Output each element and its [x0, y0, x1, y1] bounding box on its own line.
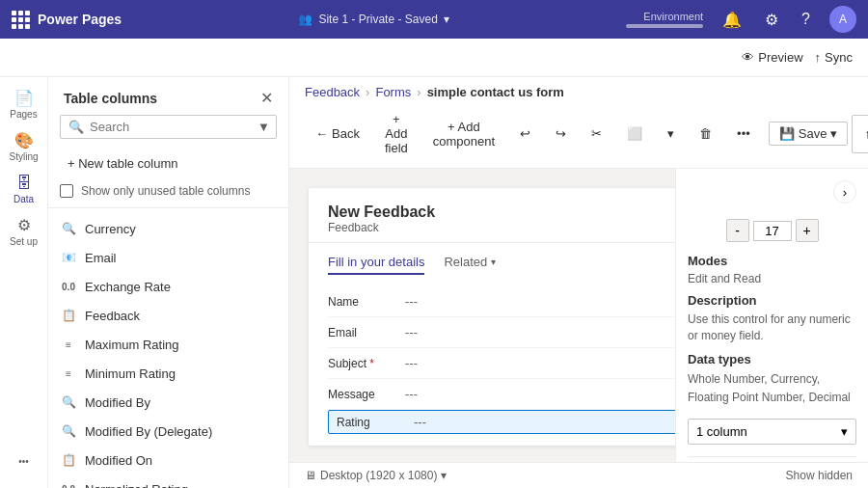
data-icon: 🗄 [16, 175, 32, 192]
breadcrumb-sep2: › [417, 85, 420, 99]
list-item[interactable]: 0.0 Exchange Rate [48, 272, 288, 301]
list-item[interactable]: 📋 Modified On [48, 446, 288, 474]
form-tabs: Fill in your details Related ▾ [309, 243, 675, 275]
email-icon: 📧 [60, 249, 77, 266]
sidebar-more-button[interactable]: ••• [5, 442, 43, 480]
column-list: 🔍 Currency 📧 Email 0.0 Exchange Rate 📋 F… [48, 214, 288, 488]
nav-sidebar: 📄 Pages 🎨 Styling 🗄 Data ⚙ Set up ••• [0, 77, 48, 488]
breadcrumb-level2[interactable]: Forms [375, 85, 411, 99]
styling-icon: 🎨 [14, 131, 34, 149]
number-input-control: - + [688, 219, 856, 242]
breadcrumb: Feedback › Forms › simple contact us for… [305, 77, 853, 103]
search-box: 🔍 ▼ [60, 115, 277, 139]
main-layout: 📄 Pages 🎨 Styling 🗄 Data ⚙ Set up ••• Ta… [0, 77, 868, 488]
show-unused-checkbox-row: Show only unused table columns [48, 180, 288, 202]
grid-icon [12, 11, 30, 29]
show-hidden-button[interactable]: Show hidden [786, 469, 853, 482]
help-icon[interactable]: ? [798, 7, 814, 32]
back-arrow-icon: ← [315, 126, 328, 141]
avatar[interactable]: A [829, 6, 856, 33]
ellipsis-button[interactable]: ••• [726, 122, 761, 146]
show-unused-checkbox[interactable] [60, 184, 73, 198]
more-icon: ••• [18, 456, 29, 467]
sidebar-item-pages[interactable]: 📄 Pages [5, 85, 43, 123]
back-button[interactable]: ← Back [305, 122, 370, 146]
panel-title: Table columns [64, 91, 157, 106]
resolution-dropdown-icon: ▾ [441, 469, 447, 482]
list-item[interactable]: 📋 Feedback [48, 301, 288, 330]
collapse-right-panel-button[interactable]: › [833, 180, 856, 203]
publish-form-button[interactable]: ↑ Publish form [852, 115, 868, 153]
env-bar [626, 24, 703, 28]
sidebar-item-data[interactable]: 🗄 Data [5, 170, 43, 208]
data-types-title: Data types [688, 352, 856, 366]
list-item[interactable]: 🔍 Modified By [48, 388, 288, 417]
form-field-rating[interactable]: Rating --- [328, 410, 675, 434]
increment-button[interactable]: + [796, 219, 819, 242]
redo-button[interactable]: ↪ [545, 122, 577, 146]
add-component-button[interactable]: + Add component [422, 115, 505, 153]
list-item[interactable]: ≡ Minimum Rating [48, 359, 288, 388]
sidebar-item-setup[interactable]: ⚙ Set up [5, 212, 43, 251]
tab-related[interactable]: Related ▾ [444, 251, 496, 275]
modes-value: Edit and Read [688, 272, 856, 285]
save-button[interactable]: 💾 Save ▾ [769, 122, 849, 146]
save-icon: 💾 [779, 126, 795, 141]
list-item[interactable]: 🔍 Currency [48, 214, 288, 243]
sync-icon: ↑ [815, 50, 822, 65]
list-item[interactable]: 📧 Email [48, 243, 288, 272]
resolution-selector[interactable]: 🖥 Desktop (1920 x 1080) ▾ [305, 469, 447, 482]
search-icon: 🔍 [68, 120, 84, 134]
form-field-subject: Subject * --- [328, 348, 675, 379]
action-bar: ← Back + Add field + Add component ↩ ↪ ✂… [305, 103, 853, 168]
app-name: Power Pages [38, 12, 122, 27]
settings-icon[interactable]: ⚙ [761, 7, 782, 33]
form-card: New Feedback Feedback Fill in your detai… [309, 188, 675, 446]
sidebar-item-styling[interactable]: 🎨 Styling [5, 127, 43, 166]
show-unused-label: Show only unused table columns [81, 184, 250, 198]
search-input[interactable] [90, 120, 252, 134]
add-field-button[interactable]: + Add field [374, 107, 419, 160]
setup-icon: ⚙ [17, 216, 31, 234]
top-bar-right: Environment 🔔 ⚙ ? A [626, 6, 856, 33]
more-actions-dropdown[interactable]: ▾ [657, 122, 685, 146]
column-dropdown[interactable]: 1 column ▾ [688, 419, 856, 445]
site-info: 👥 Site 1 - Private - Saved ▾ [122, 13, 626, 26]
description-title: Description [688, 293, 856, 308]
new-table-column-button[interactable]: + New table column [60, 150, 277, 176]
delete-button[interactable]: 🗑 [689, 122, 722, 146]
related-dropdown-icon: ▾ [491, 257, 496, 267]
list-item[interactable]: 🔍 Modified By (Delegate) [48, 417, 288, 446]
sync-button[interactable]: ↑ Sync [815, 50, 853, 65]
cut-button[interactable]: ✂ [581, 122, 612, 146]
canvas-area: New Feedback Feedback Fill in your detai… [289, 169, 868, 462]
close-panel-button[interactable]: ✕ [260, 89, 273, 107]
left-panel-header: Table columns ✕ [48, 77, 288, 115]
form-header: New Feedback Feedback [309, 188, 675, 243]
divider [688, 456, 856, 457]
list-item[interactable]: 0.0 Normalized Rating [48, 474, 288, 488]
decrement-button[interactable]: - [726, 219, 749, 242]
notification-icon[interactable]: 🔔 [719, 7, 746, 33]
number-value-input[interactable] [753, 221, 792, 241]
list-item[interactable]: ≡ Maximum Rating [48, 330, 288, 359]
preview-button[interactable]: 👁 Preview [742, 50, 802, 65]
tab-fill-details[interactable]: Fill in your details [328, 251, 424, 275]
copy-button[interactable]: ⬜ [616, 122, 653, 146]
data-types-list: Whole Number, Currency, Floating Point N… [688, 370, 856, 407]
breadcrumb-level1[interactable]: Feedback [305, 85, 360, 99]
form-field-message: Message --- [328, 379, 675, 410]
right-panel: › - + Modes Edit and Read Description Us… [675, 169, 868, 462]
datetime-icon: 📋 [60, 451, 77, 469]
lookup-icon: 🔍 [60, 220, 77, 237]
lookup-icon-2: 🔍 [60, 393, 77, 411]
save-dropdown-icon: ▾ [830, 126, 837, 141]
canvas-bottom-bar: 🖥 Desktop (1920 x 1080) ▾ Show hidden [289, 462, 868, 488]
form-canvas: New Feedback Feedback Fill in your detai… [289, 169, 675, 462]
filter-icon: ▼ [258, 120, 270, 134]
eye-icon: 👁 [742, 50, 754, 65]
description-text: Use this control for any numeric or mone… [688, 312, 856, 344]
undo-button[interactable]: ↩ [509, 122, 541, 146]
filter-button[interactable]: ▼ [258, 120, 270, 134]
form-body: Name --- Email --- Subject * --- Messa [309, 275, 675, 446]
